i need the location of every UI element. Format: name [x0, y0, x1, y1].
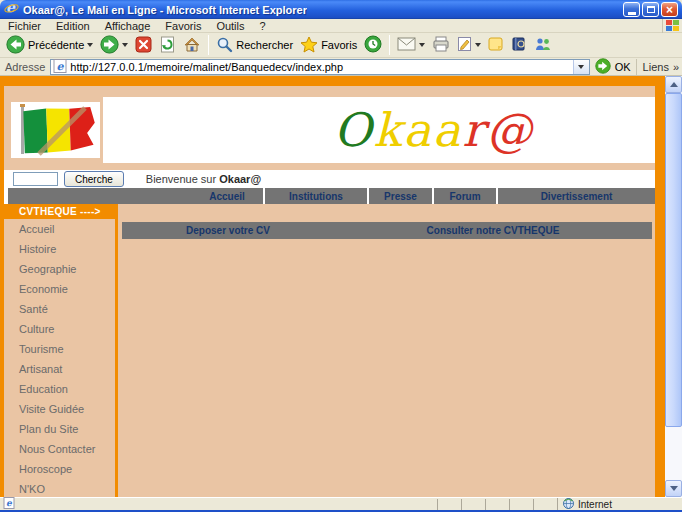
globe-icon: [563, 498, 574, 511]
menu-favoris[interactable]: Favoris: [165, 20, 201, 32]
deposit-cv-link[interactable]: Deposer votre CV: [122, 222, 334, 239]
status-pane: [461, 499, 485, 510]
main-content: Deposer votre CV Consulter notre CVTHEQU…: [118, 204, 655, 497]
search-button[interactable]: Rechercher: [214, 34, 295, 56]
favorites-label: Favoris: [321, 39, 357, 51]
print-button[interactable]: [430, 34, 452, 56]
messenger-people-icon: [534, 36, 552, 54]
toolbar-separator: [389, 35, 390, 55]
mail-dropdown-icon[interactable]: [419, 43, 425, 47]
sidebar-item-tourisme[interactable]: Tourisme: [4, 339, 115, 359]
sidebar: CVTHEQUE ----> Accueil Histoire Geograph…: [4, 204, 115, 497]
scrollbar-track[interactable]: [665, 427, 682, 480]
address-combobox[interactable]: e: [50, 59, 589, 75]
sidebar-item-nous-contacter[interactable]: Nous Contacter: [4, 439, 115, 459]
sidebar-item-geographie[interactable]: Geographie: [4, 259, 115, 279]
favorites-star-icon: [300, 36, 318, 55]
back-dropdown-icon[interactable]: [87, 43, 93, 47]
messenger-button[interactable]: [532, 34, 554, 56]
sidebar-item-economie[interactable]: Economie: [4, 279, 115, 299]
logo-letter: @: [486, 103, 534, 157]
scrollbar-thumb[interactable]: [665, 93, 682, 427]
sidebar-item-visite-guidee[interactable]: Visite Guidée: [4, 399, 115, 419]
links-bar[interactable]: Liens »: [636, 59, 679, 75]
mail-icon: [397, 37, 416, 53]
logo-letter: a: [403, 103, 432, 157]
links-label: Liens: [643, 61, 669, 73]
sidebar-item-education[interactable]: Education: [4, 379, 115, 399]
address-dropdown-button[interactable]: [573, 60, 589, 74]
sidebar-item-histoire[interactable]: Histoire: [4, 239, 115, 259]
address-label: Adresse: [5, 61, 45, 73]
nav-tab-accueil[interactable]: Accueil: [191, 188, 263, 204]
back-icon: [6, 35, 25, 56]
close-icon: ×: [666, 4, 673, 16]
refresh-icon: [159, 36, 176, 55]
sidebar-item-artisanat[interactable]: Artisanat: [4, 359, 115, 379]
sidebar-item-nko[interactable]: N'KO: [4, 479, 115, 497]
status-page-icon: e: [3, 497, 15, 511]
sidebar-item-culture[interactable]: Culture: [4, 319, 115, 339]
welcome-site-name: Okaar@: [219, 173, 261, 185]
refresh-button[interactable]: [157, 34, 178, 56]
restore-icon: [647, 6, 655, 13]
sidebar-item-accueil[interactable]: Accueil: [4, 219, 115, 239]
forward-button[interactable]: [98, 34, 130, 56]
forward-icon: [100, 35, 119, 56]
status-pane: [485, 499, 509, 510]
nav-tab-divertissement[interactable]: Divertissement: [496, 188, 655, 204]
mail-button[interactable]: [395, 34, 427, 56]
sidebar-item-horoscope[interactable]: Horoscope: [4, 459, 115, 479]
go-arrow-icon: [595, 58, 611, 76]
edit-icon: [457, 36, 472, 54]
scroll-up-button[interactable]: [665, 76, 682, 93]
menu-fichier[interactable]: Fichier: [8, 20, 41, 32]
discuss-button[interactable]: [509, 34, 529, 56]
menu-aide[interactable]: ?: [260, 20, 266, 32]
edit-button[interactable]: [455, 34, 483, 56]
site-search-button[interactable]: Cherche: [64, 171, 124, 187]
sidebar-header-cvtheque: CVTHEQUE ---->: [4, 204, 115, 219]
menu-edition[interactable]: Edition: [56, 20, 90, 32]
menu-affichage[interactable]: Affichage: [105, 20, 151, 32]
scroll-down-button[interactable]: [665, 480, 682, 497]
toolbar-separator: [208, 35, 209, 55]
sidebar-item-sante[interactable]: Santé: [4, 299, 115, 319]
nav-tab-institutions[interactable]: Institutions: [263, 188, 367, 204]
history-button[interactable]: [362, 34, 384, 56]
minimize-icon: [628, 12, 636, 15]
consult-cvtheque-link[interactable]: Consulter notre CVTHEQUE: [334, 222, 652, 239]
forward-dropdown-icon[interactable]: [122, 43, 128, 47]
menu-outils[interactable]: Outils: [216, 20, 244, 32]
sidebar-item-plan-du-site[interactable]: Plan du Site: [4, 419, 115, 439]
back-button[interactable]: Précédente: [4, 34, 95, 56]
site-search-input[interactable]: [13, 172, 58, 186]
links-chevron-icon: »: [673, 61, 679, 73]
search-label: Rechercher: [236, 39, 293, 51]
stop-icon: [135, 36, 152, 55]
logo-letter: a: [433, 103, 462, 157]
address-url-input[interactable]: [67, 61, 572, 73]
restore-button[interactable]: [642, 2, 659, 17]
note-icon: [488, 36, 504, 54]
ie-logo-icon: e: [4, 0, 19, 19]
logo-panel: Okaar@: [103, 97, 655, 163]
chevron-down-icon: [578, 65, 584, 69]
site-logo: Okaar@: [334, 107, 534, 153]
scroll-up-icon: [670, 82, 678, 87]
stop-button[interactable]: [133, 34, 154, 56]
edit-dropdown-icon[interactable]: [475, 43, 481, 47]
messenger-note-button[interactable]: [486, 34, 506, 56]
favorites-button[interactable]: Favoris: [298, 34, 359, 56]
nav-tab-presse[interactable]: Presse: [367, 188, 432, 204]
close-button[interactable]: ×: [661, 2, 678, 17]
vertical-scrollbar[interactable]: [665, 76, 682, 497]
status-pane: [509, 499, 533, 510]
status-pane: [437, 499, 461, 510]
toolbar: Précédente Rechercher Favoris: [0, 33, 682, 58]
minimize-button[interactable]: [623, 2, 640, 17]
nav-tab-forum[interactable]: Forum: [432, 188, 496, 204]
go-button[interactable]: OK: [595, 58, 631, 76]
cv-links-bar: Deposer votre CV Consulter notre CVTHEQU…: [122, 222, 652, 239]
home-button[interactable]: [181, 34, 203, 56]
